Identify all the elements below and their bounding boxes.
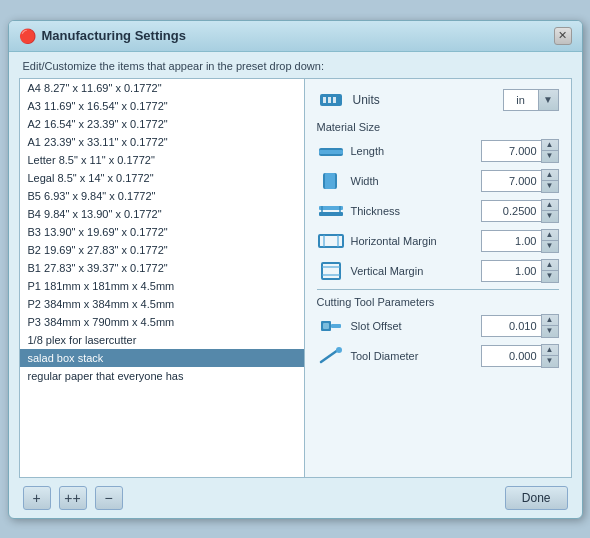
list-item[interactable]: A2 16.54" x 23.39" x 0.1772" [20,115,304,133]
horizontal-margin-spin[interactable]: ▲ ▼ [541,229,559,253]
add-copy-button[interactable]: ++ [59,486,87,510]
svg-rect-7 [325,173,335,189]
thickness-spin[interactable]: ▲ ▼ [541,199,559,223]
units-dropdown-arrow[interactable]: ▼ [539,89,559,111]
main-window: 🔴 Manufacturing Settings ✕ Edit/Customiz… [8,20,583,519]
svg-line-21 [321,350,338,362]
list-item[interactable]: A4 8.27" x 11.69" x 0.1772" [20,79,304,97]
svg-rect-19 [331,324,341,328]
slot-offset-up[interactable]: ▲ [542,315,558,326]
thickness-down[interactable]: ▼ [542,211,558,222]
tool-diameter-input[interactable] [481,345,541,367]
tool-diameter-label: Tool Diameter [351,350,461,362]
length-up[interactable]: ▲ [542,140,558,151]
width-row: Width ▲ ▼ [317,169,559,193]
subtitle-text: Edit/Customize the items that appear in … [9,52,582,78]
list-item[interactable]: P1 181mm x 181mm x 4.5mm [20,277,304,295]
units-row: Units in ▼ [317,89,559,111]
list-item[interactable]: regular paper that everyone has [20,367,304,385]
svg-rect-20 [323,323,329,329]
list-item[interactable]: 1/8 plex for lasercutter [20,331,304,349]
divider [317,289,559,290]
length-icon [317,142,345,160]
remove-button[interactable]: − [95,486,123,510]
list-item[interactable]: B2 19.69" x 27.83" x 0.1772" [20,241,304,259]
list-item[interactable]: B3 13.90" x 19.69" x 0.1772" [20,223,304,241]
preset-list[interactable]: A4 8.27" x 11.69" x 0.1772"A3 11.69" x 1… [20,79,305,477]
slot-offset-row: Slot Offset ▲ ▼ [317,314,559,338]
svg-rect-13 [323,235,325,247]
slot-offset-input-group[interactable]: ▲ ▼ [481,314,559,338]
close-button[interactable]: ✕ [554,27,572,45]
width-down[interactable]: ▼ [542,181,558,192]
horizontal-margin-label: Horizontal Margin [351,235,461,247]
vertical-margin-up[interactable]: ▲ [542,260,558,271]
units-select[interactable]: in ▼ [503,89,559,111]
svg-rect-1 [323,97,326,103]
tool-diameter-spin[interactable]: ▲ ▼ [541,344,559,368]
svg-point-22 [336,347,342,353]
thickness-label: Thickness [351,205,461,217]
thickness-icon [317,202,345,220]
length-spin[interactable]: ▲ ▼ [541,139,559,163]
slot-offset-input[interactable] [481,315,541,337]
list-item[interactable]: salad box stack [20,349,304,367]
width-input-group[interactable]: ▲ ▼ [481,169,559,193]
list-item[interactable]: P2 384mm x 384mm x 4.5mm [20,295,304,313]
slot-offset-label: Slot Offset [351,320,461,332]
list-item[interactable]: P3 384mm x 790mm x 4.5mm [20,313,304,331]
list-item[interactable]: A1 23.39" x 33.11" x 0.1772" [20,133,304,151]
width-up[interactable]: ▲ [542,170,558,181]
svg-rect-17 [322,274,340,276]
svg-rect-3 [333,97,336,103]
list-item[interactable]: B1 27.83" x 39.37" x 0.1772" [20,259,304,277]
svg-rect-15 [322,263,340,279]
length-row: Length ▲ ▼ [317,139,559,163]
tool-diameter-up[interactable]: ▲ [542,345,558,356]
list-item[interactable]: B4 9.84" x 13.90" x 0.1772" [20,205,304,223]
vertical-margin-input[interactable] [481,260,541,282]
list-item[interactable]: Letter 8.5" x 11" x 0.1772" [20,151,304,169]
width-label: Width [351,175,461,187]
list-item[interactable]: Legal 8.5" x 14" x 0.1772" [20,169,304,187]
length-input-group[interactable]: ▲ ▼ [481,139,559,163]
window-title: Manufacturing Settings [42,28,186,43]
cutting-tool-label: Cutting Tool Parameters [317,296,559,308]
units-icon [317,91,345,109]
main-content: A4 8.27" x 11.69" x 0.1772"A3 11.69" x 1… [19,78,572,478]
slot-offset-down[interactable]: ▼ [542,326,558,337]
vertical-margin-down[interactable]: ▼ [542,271,558,282]
horizontal-margin-down[interactable]: ▼ [542,241,558,252]
width-icon [317,172,345,190]
horizontal-margin-row: Horizontal Margin ▲ ▼ [317,229,559,253]
vertical-margin-input-group[interactable]: ▲ ▼ [481,259,559,283]
list-item[interactable]: B5 6.93" x 9.84" x 0.1772" [20,187,304,205]
list-item[interactable]: A3 11.69" x 16.54" x 0.1772" [20,97,304,115]
width-input[interactable] [481,170,541,192]
svg-rect-16 [322,266,340,268]
vertical-margin-icon [317,262,345,280]
thickness-input[interactable] [481,200,541,222]
tool-diameter-icon [317,347,345,365]
thickness-input-group[interactable]: ▲ ▼ [481,199,559,223]
length-input[interactable] [481,140,541,162]
add-button[interactable]: + [23,486,51,510]
done-button[interactable]: Done [505,486,568,510]
horizontal-margin-input-group[interactable]: ▲ ▼ [481,229,559,253]
width-spin[interactable]: ▲ ▼ [541,169,559,193]
settings-panel: Units in ▼ Material Size Length [305,79,571,477]
tool-diameter-down[interactable]: ▼ [542,356,558,367]
horizontal-margin-input[interactable] [481,230,541,252]
vertical-margin-label: Vertical Margin [351,265,461,277]
vertical-margin-spin[interactable]: ▲ ▼ [541,259,559,283]
tool-diameter-input-group[interactable]: ▲ ▼ [481,344,559,368]
svg-rect-14 [337,235,339,247]
length-label: Length [351,145,461,157]
thickness-up[interactable]: ▲ [542,200,558,211]
slot-offset-spin[interactable]: ▲ ▼ [541,314,559,338]
title-bar-left: 🔴 Manufacturing Settings [19,28,186,44]
length-down[interactable]: ▼ [542,151,558,162]
material-size-label: Material Size [317,121,559,133]
horizontal-margin-up[interactable]: ▲ [542,230,558,241]
units-value: in [503,89,539,111]
